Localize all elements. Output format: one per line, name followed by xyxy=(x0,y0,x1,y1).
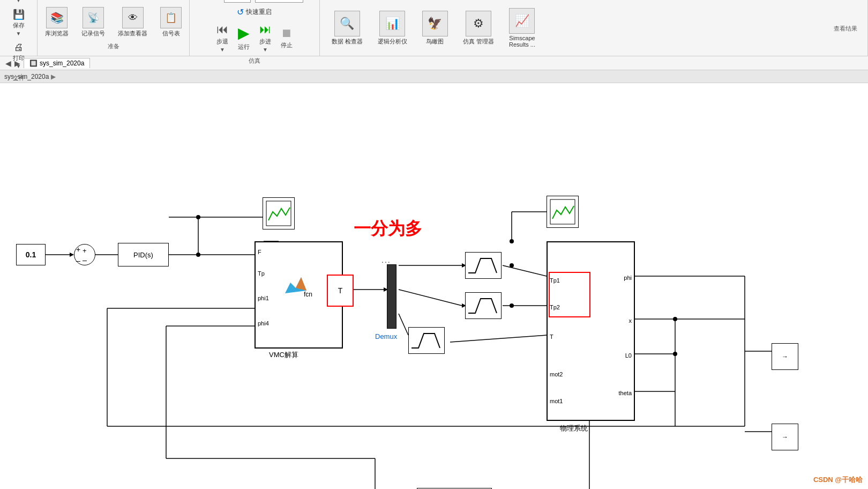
toolbar: 📂 打开 ▼ 💾 保存 ▼ 🖨 打印 ▼ 文件 📚 库浏览器 xyxy=(0,0,868,56)
stop-time-input[interactable] xyxy=(224,0,251,3)
demux-label: Demux xyxy=(375,332,397,340)
svg-point-48 xyxy=(510,239,514,243)
svg-point-54 xyxy=(196,215,200,219)
sim-section: 停止时间 普通 ▼ ↺ 快速重启 ⏮ 步退 ▼ ▶ 运行 ⏭ xyxy=(190,0,320,56)
stop-button[interactable]: ⏹ 停止 xyxy=(278,25,296,50)
vmc-port-phi4: phi4 xyxy=(258,320,269,327)
breadcrumb-bar: ◀ ▶ 🔲 sys_sim_2020a xyxy=(0,56,868,70)
forward-arrow[interactable]: ▶ xyxy=(13,59,21,68)
logic-analyzer-button[interactable]: 📊 逻辑分析仪 xyxy=(375,9,410,47)
svg-marker-1 xyxy=(70,253,74,257)
phys-port-L0-out: L0 xyxy=(625,352,632,359)
file-section: 📂 打开 ▼ 💾 保存 ▼ 🖨 打印 ▼ 文件 xyxy=(0,0,38,56)
run-button[interactable]: ▶ 运行 xyxy=(235,23,253,52)
signal-lines xyxy=(0,83,868,489)
vmc-fcn-label: fcn xyxy=(304,291,312,298)
T-block[interactable]: T xyxy=(327,275,354,307)
svg-line-18 xyxy=(450,335,547,342)
step-fwd-button[interactable]: ⏭ 步进 ▼ xyxy=(256,21,274,54)
lib-browser-button[interactable]: 📚 库浏览器 xyxy=(42,5,72,39)
demux-dots: ··· xyxy=(381,257,391,266)
svg-point-51 xyxy=(510,303,514,308)
constant-block[interactable]: 0.1 xyxy=(16,244,46,265)
demux-block[interactable] xyxy=(387,264,396,329)
svg-line-12 xyxy=(399,314,408,335)
path-bar: sys_sim_2020a ▶ xyxy=(0,70,868,83)
svg-point-53 xyxy=(673,317,677,321)
right-out-block2[interactable]: → xyxy=(772,424,798,450)
record-signal-button[interactable]: 📡 记录信号 xyxy=(78,5,108,39)
signal-table-button[interactable]: 📋 信号表 xyxy=(157,5,185,39)
svg-line-10 xyxy=(399,290,462,306)
annotation-text: 一分为多 xyxy=(354,217,422,241)
sim-type-select[interactable]: 普通 xyxy=(255,0,303,3)
scope2-block[interactable] xyxy=(547,196,579,228)
sat1-block[interactable] xyxy=(465,252,502,279)
svg-point-49 xyxy=(673,352,677,356)
vmc-port-phi1: phi1 xyxy=(258,295,269,301)
open-button[interactable]: 📂 打开 ▼ xyxy=(9,0,28,5)
physical-title: 物理系统 xyxy=(560,424,588,433)
back-arrow[interactable]: ◀ xyxy=(4,59,12,68)
csdn-watermark: CSDN @干哈哈 xyxy=(813,475,863,485)
svg-point-50 xyxy=(510,263,514,268)
pid-block[interactable]: PID(s) xyxy=(118,243,169,266)
svg-line-14 xyxy=(503,265,547,276)
sim-manager-button[interactable]: ⚙ 仿真 管理器 xyxy=(460,9,497,47)
vmc-port-Tp: Tp xyxy=(258,270,265,277)
save-button[interactable]: 💾 保存 ▼ xyxy=(9,7,28,38)
sat2-block[interactable] xyxy=(465,292,502,319)
sat3-block[interactable] xyxy=(408,327,445,354)
tp1tp2-box xyxy=(549,272,590,317)
svg-point-34 xyxy=(196,253,200,257)
scope1-block[interactable] xyxy=(263,197,295,229)
phys-T-ghost xyxy=(550,334,565,340)
phys-port-mot1: mot1 xyxy=(550,398,563,404)
vmc-title: VMC解算 xyxy=(269,350,298,360)
vmc-port-F: F xyxy=(258,249,261,255)
phys-port-x-out: x xyxy=(629,317,632,324)
sum-minus-label: _ xyxy=(76,253,80,262)
quick-restart-button[interactable]: ↺ 快速重启 xyxy=(237,7,272,17)
simscape-results-button[interactable]: 📈 Simscape Results ... xyxy=(506,6,538,49)
canvas-area[interactable]: 0.1 + + _ PID(s) F Tp phi1 phi4 fcn xyxy=(0,83,868,489)
phys-port-mot2: mot2 xyxy=(550,371,563,377)
phys-port-phi-out: phi xyxy=(624,275,632,281)
lib-section: 📚 库浏览器 📡 记录信号 👁 添加查看器 📋 信号表 准备 xyxy=(38,0,190,56)
bird-view-button[interactable]: 🦅 鸟瞰图 xyxy=(419,9,451,47)
results-section: 🔍 数据 检查器 📊 逻辑分析仪 🦅 鸟瞰图 ⚙ 仿真 管理器 📈 Simsca… xyxy=(320,0,868,56)
physical-block[interactable]: Tp1 Tp2 T mot2 mot1 phi x L0 theta xyxy=(547,241,635,421)
step-back-button[interactable]: ⏮ 步退 ▼ xyxy=(213,21,231,54)
phys-port-theta-out: theta xyxy=(619,390,632,396)
model-tab[interactable]: 🔲 sys_sim_2020a xyxy=(24,58,90,68)
data-inspector-button[interactable]: 🔍 数据 检查器 xyxy=(328,9,366,47)
right-out-block1[interactable]: → xyxy=(772,343,798,370)
sum-label: + xyxy=(76,245,80,254)
add-viewer-button[interactable]: 👁 添加查看器 xyxy=(115,5,151,39)
